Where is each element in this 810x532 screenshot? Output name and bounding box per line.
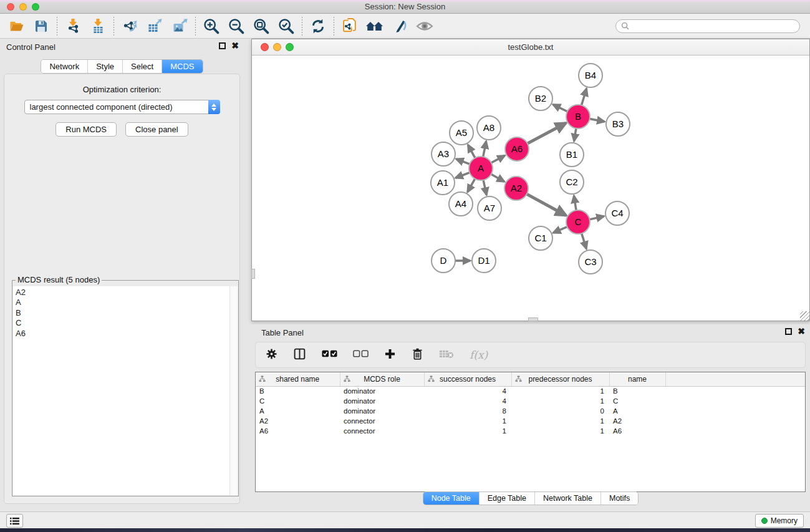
window-resize-grip-corner[interactable]: [800, 311, 809, 321]
edge-A-A4[interactable]: [468, 179, 475, 192]
import-network-button[interactable]: [60, 16, 85, 37]
cell-predecessor_nodes[interactable]: 0: [511, 406, 609, 416]
column-header-predecessor-nodes[interactable]: predecessor nodes: [511, 372, 609, 386]
zoom-selected-button[interactable]: [274, 16, 299, 37]
graph-node-B4[interactable]: B4: [579, 64, 602, 87]
edge-A2-C[interactable]: [527, 194, 566, 215]
edge-C-C1[interactable]: [553, 227, 567, 233]
delete-table-button[interactable]: [439, 349, 454, 362]
export-image-button[interactable]: [167, 16, 192, 37]
mcds-result-item[interactable]: A2: [16, 288, 229, 297]
cell-shared_name[interactable]: C: [256, 396, 340, 406]
zoom-in-button[interactable]: [199, 16, 224, 37]
graph-node-C3[interactable]: C3: [579, 250, 602, 274]
cell-mcds_role[interactable]: dominator: [340, 406, 424, 416]
float-table-panel-icon[interactable]: [785, 328, 792, 335]
graph-node-C2[interactable]: C2: [560, 170, 584, 194]
graph-node-A7[interactable]: A7: [478, 196, 501, 220]
edge-A-A8[interactable]: [483, 142, 486, 157]
edge-C-C4[interactable]: [590, 216, 604, 220]
window-resize-grip-left[interactable]: [251, 269, 255, 279]
cell-successor_nodes[interactable]: 1: [424, 416, 511, 426]
function-builder-button[interactable]: f(x): [470, 349, 488, 361]
cell-mcds_role[interactable]: connector: [340, 426, 424, 436]
edge-B-B1[interactable]: [574, 128, 576, 142]
table-row[interactable]: A2connector11A2: [256, 416, 805, 426]
apply-layout-button[interactable]: [306, 16, 330, 37]
cell-successor_nodes[interactable]: 4: [424, 396, 511, 406]
edge-B-B3[interactable]: [590, 119, 605, 122]
mcds-result-item[interactable]: A6: [16, 329, 229, 339]
column-header-name[interactable]: name: [609, 372, 665, 386]
deselect-all-button[interactable]: [353, 349, 369, 360]
cell-successor_nodes[interactable]: 4: [424, 386, 511, 396]
table-tab-edge-table[interactable]: Edge Table: [480, 492, 535, 505]
cell-successor_nodes[interactable]: 1: [424, 426, 511, 436]
add-column-button[interactable]: [384, 348, 396, 362]
close-panel-icon[interactable]: ✖: [231, 42, 239, 49]
network-home-button[interactable]: [362, 16, 387, 37]
close-table-panel-icon[interactable]: ✖: [798, 328, 805, 335]
table-tab-node-table[interactable]: Node Table: [423, 492, 480, 505]
table-row[interactable]: Bdominator41B: [256, 386, 805, 396]
zoom-out-button[interactable]: [224, 16, 249, 37]
preview-eye-button[interactable]: [412, 16, 437, 37]
column-header-shared-name[interactable]: shared name: [256, 372, 340, 386]
task-history-button[interactable]: [6, 514, 23, 528]
select-all-button[interactable]: [322, 349, 337, 360]
graph-node-B2[interactable]: B2: [529, 87, 552, 110]
float-panel-icon[interactable]: [219, 42, 226, 49]
tab-network[interactable]: Network: [41, 60, 88, 73]
graphics-details-button[interactable]: [387, 16, 412, 37]
graph-node-C4[interactable]: C4: [605, 201, 629, 225]
network-canvas[interactable]: B4B2BB3A8A5A6A3B1AA1C2A2A4A7C4CC1DD1C3: [252, 56, 809, 321]
window-resize-grip-bottom[interactable]: [528, 317, 538, 321]
export-table-button[interactable]: [142, 16, 167, 37]
delete-column-button[interactable]: [412, 347, 423, 363]
memory-button[interactable]: Memory: [755, 514, 804, 528]
table-tab-network-table[interactable]: Network Table: [535, 492, 601, 505]
cell-predecessor_nodes[interactable]: 1: [511, 396, 609, 406]
cell-name[interactable]: C: [609, 396, 665, 406]
mcds-result-item[interactable]: C: [16, 318, 229, 328]
cell-successor_nodes[interactable]: 8: [424, 406, 511, 416]
tab-select[interactable]: Select: [123, 60, 162, 73]
graph-node-D[interactable]: D: [432, 249, 455, 273]
table-row[interactable]: Cdominator41C: [256, 396, 805, 406]
graph-node-A8[interactable]: A8: [477, 116, 501, 140]
graph-node-A5[interactable]: A5: [450, 121, 473, 145]
search-input[interactable]: [632, 21, 794, 31]
network-window-titlebar[interactable]: testGlobe.txt: [252, 39, 809, 56]
table-row[interactable]: Adominator80A: [256, 406, 805, 416]
cell-mcds_role[interactable]: dominator: [340, 386, 424, 396]
edge-A-A5[interactable]: [468, 145, 475, 158]
graph-node-A4[interactable]: A4: [449, 192, 473, 216]
column-chooser-button[interactable]: [293, 347, 306, 363]
zoom-fit-button[interactable]: [249, 16, 274, 37]
mcds-result-item[interactable]: B: [16, 308, 229, 318]
cell-name[interactable]: A2: [609, 416, 665, 426]
settings-gear-button[interactable]: [266, 348, 277, 362]
edge-A6-B[interactable]: [528, 123, 566, 143]
criterion-dropdown[interactable]: largest connected component (directed): [24, 100, 220, 114]
cell-shared_name[interactable]: A: [256, 406, 340, 416]
network-graph[interactable]: B4B2BB3A8A5A6A3B1AA1C2A2A4A7C4CC1DD1C3: [252, 56, 809, 321]
edge-B-B4[interactable]: [582, 89, 587, 105]
duplicate-network-button[interactable]: [337, 16, 362, 37]
cell-predecessor_nodes[interactable]: 1: [511, 416, 609, 426]
export-network-button[interactable]: [117, 16, 142, 37]
cell-shared_name[interactable]: A2: [256, 416, 340, 426]
open-session-button[interactable]: [4, 16, 29, 37]
cell-name[interactable]: B: [609, 386, 665, 396]
cell-name[interactable]: A6: [609, 426, 665, 436]
cell-shared_name[interactable]: A6: [256, 426, 340, 436]
column-header-MCDS-role[interactable]: MCDS role: [340, 372, 424, 386]
cell-predecessor_nodes[interactable]: 1: [511, 386, 609, 396]
graph-node-C[interactable]: C: [566, 210, 590, 234]
edge-A-A1[interactable]: [456, 173, 470, 178]
graph-node-D1[interactable]: D1: [472, 249, 496, 273]
table-tab-motifs[interactable]: Motifs: [601, 492, 638, 505]
graph-node-A3[interactable]: A3: [432, 142, 455, 166]
cell-predecessor_nodes[interactable]: 1: [511, 426, 609, 436]
graph-node-A6[interactable]: A6: [505, 137, 529, 161]
